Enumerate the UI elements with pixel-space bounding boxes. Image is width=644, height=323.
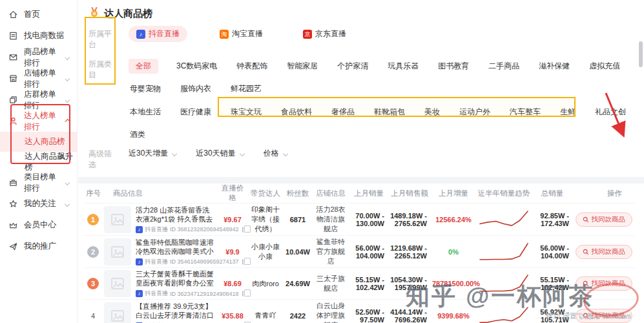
find-similar-button[interactable]: 找同款商品 <box>576 276 633 291</box>
channel-label: 抖音直播 <box>145 225 168 234</box>
copy-icon[interactable] <box>242 291 244 297</box>
product-info: 鲨鱼菲特低脂黑咖啡速溶冷热双泡云南咖啡美式小粒醇香蛋白质能量♪抖音直播ID 35… <box>136 238 216 266</box>
scrollbar-thumb[interactable] <box>639 41 643 67</box>
category-item[interactable]: 珠宝文玩 <box>229 105 263 120</box>
product-id: ID 3681232820694548942 <box>170 226 239 233</box>
category-selected[interactable]: 全部 <box>129 59 158 74</box>
column-header-7: 上月销售额 <box>388 189 431 198</box>
category-item[interactable]: 礼品文创 <box>594 105 627 120</box>
douyin-icon: ♪ <box>136 30 145 39</box>
category-item[interactable]: 美妆 <box>423 105 441 120</box>
sidebar-item-11[interactable]: 我的推广 <box>0 236 77 257</box>
dropdown-2[interactable]: 价格 <box>264 148 287 159</box>
rank-cell: 1 <box>83 213 103 227</box>
find-similar-button[interactable]: 找同款商品 <box>576 245 633 259</box>
influencer-cell[interactable]: 肉肉roro <box>247 278 284 290</box>
last-month-sales-cell: 55.15W - 102.42W <box>349 275 388 293</box>
action-cell: 找同款商品 <box>573 244 635 260</box>
product-id: ID 3546164869659274137 <box>170 258 239 265</box>
category-row-2: 本地生活医疗健康珠宝文玩食品饮料奢侈品鞋靴箱包美妆运动户外汽车整车生鲜礼品文创酒… <box>129 102 635 142</box>
rank-badge: 1 <box>87 214 99 225</box>
shop-cell[interactable]: 鲨鱼菲特官方旗舰店 <box>312 236 349 267</box>
sidebar-item-10[interactable]: 会员中心 <box>0 214 77 236</box>
influencer-cell[interactable]: 小康小康小康 <box>247 241 284 263</box>
product-title[interactable]: 活力28 山茶花香留香洗衣液2kg*1袋 持久香氛去污护色 低价好物 <box>136 205 216 224</box>
chevron-down-icon <box>65 180 70 185</box>
product-title[interactable]: 鲨鱼菲特低脂黑咖啡速溶冷热双泡云南咖啡美式小粒醇香蛋白质能量 <box>136 238 216 256</box>
column-header-6: 上月销量 <box>349 189 388 198</box>
category-item[interactable]: 鞋靴箱包 <box>373 105 406 120</box>
shop-cell[interactable]: 活力28衣物清洁旗舰店 <box>312 203 349 235</box>
sidebar-item-7[interactable]: 达人商品飙升榜 <box>0 152 77 172</box>
sidebar-item-6[interactable]: 达人商品榜 <box>0 132 77 152</box>
jd-icon: 京 <box>303 30 312 39</box>
sidebar-item-5[interactable]: 达人榜单排行 <box>0 110 77 132</box>
category-item[interactable]: 玩具乐器 <box>386 59 420 74</box>
member-icon <box>8 220 19 231</box>
growth-cell: 12566.24% <box>431 214 476 225</box>
dropdown-1[interactable]: 近30天销量 <box>196 148 244 159</box>
home-icon <box>8 10 19 20</box>
sidebar-item-0[interactable]: 首页 <box>0 4 77 25</box>
sidebar-item-8[interactable]: 类目榜单排行 <box>0 172 77 193</box>
sidebar-item-1[interactable]: 找电商数据 <box>0 25 77 47</box>
find-similar-button[interactable]: 找同款商品 <box>576 213 633 227</box>
category-item[interactable]: 酒类 <box>129 127 147 142</box>
find-similar-label: 找同款商品 <box>592 279 626 288</box>
platform-pill-label: 抖音直播 <box>149 28 180 39</box>
dropdown-0[interactable]: 近30天增量 <box>129 148 176 159</box>
sidebar-item-9[interactable]: 我的关注 <box>0 193 77 214</box>
platform-pill-0[interactable]: ♪抖音直播 <box>129 26 187 42</box>
product-title[interactable]: 【直播推荐 39.9元3支】白云山去牙渍牙膏清洁口腔清新口气去烟渍 <box>136 302 216 320</box>
chevron-down-icon <box>65 201 70 206</box>
section-divider <box>78 177 644 183</box>
category-item[interactable]: 生鲜 <box>559 105 577 120</box>
table-header-row: 序号商品信息直播价格带货达人粉丝数店铺信息上月销量上月销售额上月增量近半年销量趋… <box>83 183 635 203</box>
category-item[interactable]: 医疗健康 <box>179 105 213 120</box>
rank-badge: 3 <box>87 278 99 289</box>
influencer-cell[interactable]: 印象阁十字绣（接代绣） <box>247 203 284 235</box>
sidebar-item-2[interactable]: 商品榜单排行 <box>0 47 77 68</box>
category-item[interactable]: 个护家清 <box>336 59 369 74</box>
platform-pill-2[interactable]: 京京东直播 <box>295 26 354 42</box>
category-item[interactable]: 3C数码家电 <box>175 59 218 74</box>
rank-badge: 4 <box>87 310 99 322</box>
search-icon <box>583 216 589 223</box>
total-sales-cell: 92.85W - 172.43W <box>532 211 573 229</box>
category-item[interactable]: 智能家居 <box>286 59 319 74</box>
category-item[interactable]: 汽车整车 <box>508 105 542 120</box>
sidebar-item-3[interactable]: 店铺榜单排行 <box>0 68 77 89</box>
category-item[interactable]: 图书教育 <box>437 59 470 74</box>
fans-cell: 24.69W <box>284 278 312 289</box>
last-month-sales-cell: 56.00W - 104.00W <box>349 243 388 261</box>
product-rank-icon <box>8 52 19 63</box>
sidebar-item-4[interactable]: 店群榜单排行 <box>0 89 77 110</box>
column-header-5: 店铺信息 <box>312 189 349 198</box>
category-item[interactable]: 母婴宠物 <box>129 81 162 96</box>
product-cell: 活力28 山茶花香留香洗衣液2kg*1袋 持久香氛去污护色 低价好物♪抖音直播I… <box>103 204 218 235</box>
copy-icon[interactable] <box>242 227 244 233</box>
category-item[interactable]: 鲜花园艺 <box>229 81 263 96</box>
category-item[interactable]: 二手商品 <box>487 59 521 74</box>
trend-sparkline <box>478 209 530 230</box>
copy-icon[interactable] <box>242 259 244 265</box>
shop-cell[interactable]: 三太子旗舰店 <box>312 273 349 295</box>
influencer-cell[interactable]: 青青吖 <box>247 309 284 322</box>
last-month-sales-cell: 70.00W - 130.00W <box>349 211 388 229</box>
category-item[interactable]: 滋补保健 <box>537 59 571 74</box>
category-item[interactable]: 运动户外 <box>458 105 492 120</box>
category-item[interactable]: 奢侈品 <box>330 105 356 120</box>
shop-cell[interactable]: 白云山身体护理旗舰店 <box>312 300 349 323</box>
platform-pill-1[interactable]: 淘淘宝直播 <box>212 26 271 42</box>
platform-pill-label: 京东直播 <box>315 28 346 39</box>
column-header-2: 直播价格 <box>218 183 247 203</box>
product-title[interactable]: 三太子蟹黄香酥干脆面蟹皇面夜宵看剧即食办公室酥脆小零食干吃面 <box>136 269 216 288</box>
category-item[interactable]: 食品饮料 <box>280 105 313 120</box>
category-item[interactable]: 虚拟充值 <box>588 59 621 74</box>
column-header-8: 上月增量 <box>431 189 476 198</box>
price-cell: ¥35.88 <box>218 311 247 321</box>
category-item[interactable]: 本地生活 <box>129 105 162 120</box>
advanced-filter-label: 高级筛选 <box>88 148 118 171</box>
category-item[interactable]: 钟表配饰 <box>235 59 269 74</box>
category-item[interactable]: 服饰内衣 <box>179 81 213 96</box>
